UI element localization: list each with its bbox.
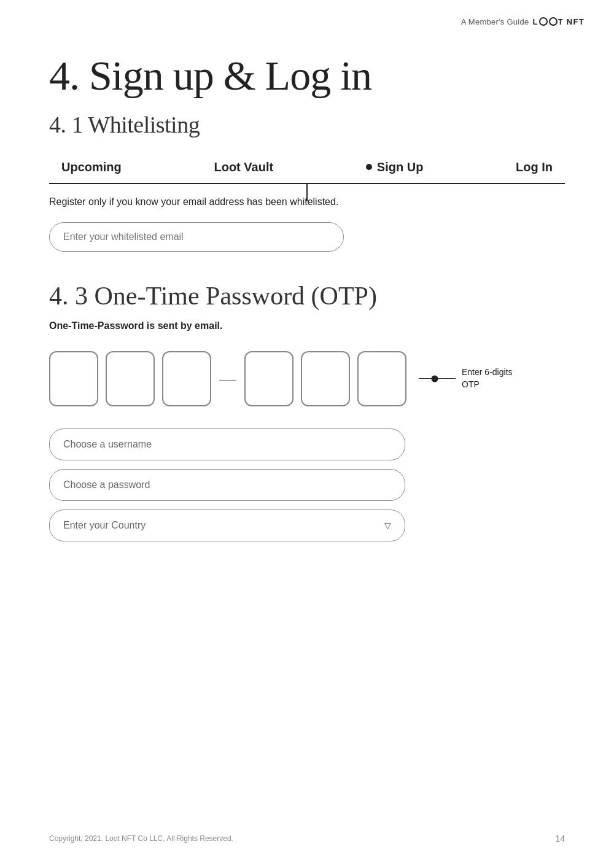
otp-separator: — [219, 351, 237, 406]
otp-box-5[interactable] [301, 351, 350, 406]
nav-item-log-in[interactable]: Log In [516, 160, 553, 183]
nav-item-loot-vault[interactable]: Loot Vault [214, 160, 273, 183]
username-field[interactable]: Choose a username [49, 428, 405, 460]
username-placeholder: Choose a username [63, 439, 152, 450]
nav-item-upcoming[interactable]: Upcoming [61, 160, 122, 183]
nav-item-sign-up[interactable]: Sign Up [366, 160, 424, 183]
otp-box-2[interactable] [106, 351, 155, 406]
otp-container: — Enter 6-digitsOTP [49, 351, 565, 406]
country-field[interactable]: Enter your Country ▽ [49, 510, 405, 541]
otp-box-1[interactable] [49, 351, 98, 406]
country-placeholder: Enter your Country [63, 520, 146, 531]
footer: Copyright, 2021. Loot NFT Co LLC, All Ri… [49, 834, 565, 843]
progress-nav: Upcoming Loot Vault Sign Up Log In [49, 160, 565, 183]
main-content: 4. Sign up & Log in 4. 1 Whitelisting Up… [0, 27, 614, 587]
form-fields: Choose a username Choose a password Ente… [49, 428, 565, 541]
otp-box-4[interactable] [244, 351, 293, 406]
active-dot [366, 164, 372, 170]
progress-line-container [49, 183, 565, 184]
otp-box-3[interactable] [162, 351, 211, 406]
dropdown-arrow-icon: ▽ [384, 521, 391, 530]
email-input[interactable] [49, 222, 344, 252]
otp-box-6[interactable] [357, 351, 406, 406]
password-placeholder: Choose a password [63, 479, 150, 490]
guide-label: A Member's Guide [461, 17, 529, 27]
header: A Member's Guide LT NFT [0, 0, 614, 27]
progress-tick [306, 183, 308, 201]
otp-last-box-wrapper: Enter 6-digitsOTP [357, 351, 512, 406]
otp-callout-text: Enter 6-digitsOTP [462, 366, 512, 390]
otp-desc: One-Time-Password is sent by email. [49, 320, 565, 331]
main-title: 4. Sign up & Log in [49, 52, 565, 100]
section-41-title: 4. 1 Whitelisting [49, 111, 565, 138]
page-number: 14 [555, 834, 565, 843]
otp-active-dot [432, 375, 438, 382]
copyright-text: Copyright, 2021. Loot NFT Co LLC, All Ri… [49, 834, 233, 843]
page: A Member's Guide LT NFT 4. Sign up & Log… [0, 0, 614, 868]
brand-label: LT NFT [532, 17, 585, 27]
password-field[interactable]: Choose a password [49, 469, 405, 501]
section-43-title: 4. 3 One-Time Password (OTP) [49, 281, 565, 311]
